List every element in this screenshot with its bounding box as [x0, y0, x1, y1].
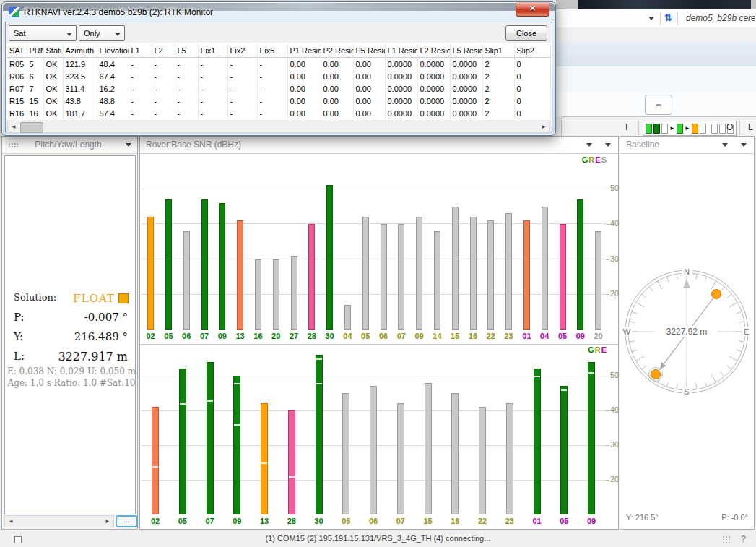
snr-bar	[152, 407, 159, 514]
close-window-button[interactable]: ✕	[516, 2, 549, 17]
column-header[interactable]: Elevation	[97, 44, 129, 58]
table-row[interactable]: R077OK311.416.2------0.000.000.000.00000…	[7, 82, 550, 95]
table-cell: 2	[482, 70, 514, 82]
table-cell: 311.4	[63, 82, 97, 95]
table-cell: 2	[482, 107, 514, 119]
scrollbar-thumb[interactable]	[20, 122, 43, 133]
drag-handle-icon[interactable]	[8, 142, 18, 148]
compass-tick	[721, 287, 724, 291]
column-header[interactable]: Azimuth	[63, 44, 97, 58]
table-row[interactable]: R1515OK43.848.8------0.000.000.000.00000…	[7, 95, 550, 107]
satellite-system-select[interactable]: Sat GLONASS	[9, 25, 77, 41]
snr-base-marker	[316, 383, 322, 384]
scroll-right-icon[interactable]: ►	[102, 516, 113, 527]
output-streams-button[interactable]: O	[726, 122, 733, 132]
column-header[interactable]: Fix5	[257, 44, 287, 58]
compass-tick	[737, 350, 742, 352]
column-header[interactable]: L1 Resid	[385, 44, 417, 58]
table-cell: 67.4	[97, 70, 129, 82]
column-header[interactable]: Fix1	[198, 44, 227, 58]
table-cell: 48.8	[97, 95, 129, 107]
column-header[interactable]: P1 Resid	[287, 44, 321, 58]
compass-tick	[636, 303, 644, 308]
table-horizontal-scrollbar[interactable]: ◄ ►	[7, 121, 550, 133]
column-header[interactable]: Fix2	[227, 44, 257, 58]
length-label: L:	[14, 350, 25, 363]
scroll-left-icon[interactable]: ◄	[8, 121, 19, 132]
sat-label: 05	[173, 517, 192, 525]
column-header[interactable]: P2 Resid	[321, 44, 353, 58]
sat-label: 07	[201, 517, 220, 525]
chevron-down-icon[interactable]	[126, 143, 131, 147]
base-snr-chart: 5040302002050709132830050607151622230105…	[140, 137, 618, 529]
table-cell: 2	[482, 95, 514, 107]
table-cell: OK	[43, 107, 63, 119]
table-row[interactable]: R1616OK181.757.4------0.000.000.000.0000…	[7, 107, 550, 119]
snr-panel: Rover:Base SNR (dBHz) 504030200205060709…	[139, 136, 619, 530]
sat-label: 05	[336, 517, 355, 525]
swap-panels-button[interactable]: ⇔	[645, 95, 672, 115]
table-cell: 0.00	[321, 82, 353, 95]
chevron-down-icon[interactable]	[648, 17, 654, 20]
compass-tick	[642, 294, 646, 298]
table-cell: -	[227, 82, 257, 95]
column-header[interactable]: L2 Resid	[417, 44, 450, 58]
compass-tick	[666, 277, 669, 283]
column-header[interactable]: Slip2	[514, 44, 550, 58]
cardinal-label: N	[684, 267, 690, 276]
legend-item: R	[595, 345, 601, 354]
column-header[interactable]: L2	[152, 44, 175, 58]
chevron-down-icon[interactable]	[741, 143, 747, 147]
column-header[interactable]: PRN	[27, 44, 43, 58]
compass-tick	[696, 384, 697, 389]
table-cell: -	[129, 58, 152, 71]
table-row[interactable]: R055OK121.948.4------0.000.000.000.00000…	[7, 58, 550, 71]
table-cell: 0.0000	[417, 58, 450, 71]
sync-icon[interactable]: ⇅	[664, 12, 672, 23]
table-cell: OK	[43, 70, 63, 82]
attitude-plot-area: Solution: FLOAT P: -0.007 ° Y: 216.489 °…	[4, 155, 136, 514]
column-header[interactable]: L1	[129, 44, 152, 58]
input-streams-label: I	[625, 122, 627, 132]
column-header[interactable]: Status	[43, 44, 63, 58]
help-button[interactable]: ?	[741, 534, 746, 544]
table-cell: 15	[27, 95, 43, 107]
baseline-distance-label: 3227.92 m	[666, 327, 708, 337]
solution-panel-header: Pitch/Yaw/Length-Baseline	[2, 137, 137, 154]
table-cell: -	[175, 58, 198, 71]
baseline-panel: Baseline NESW3227.92 m Y: 216.5° P: -0.0…	[620, 136, 755, 530]
table-row[interactable]: R066OK323.567.4------0.000.000.000.00000…	[7, 70, 550, 82]
close-button[interactable]: Close	[505, 25, 547, 41]
background-window-titlebar	[578, 0, 751, 9]
table-cell: -	[152, 82, 175, 95]
table-cell: 0.0000	[450, 82, 482, 95]
column-header[interactable]: P5 Resid	[353, 44, 385, 58]
sat-label: 01	[528, 517, 547, 525]
column-header[interactable]: SAT	[7, 44, 27, 58]
chevron-down-icon[interactable]	[722, 143, 728, 147]
table-cell: 0.00	[353, 107, 385, 119]
more-options-button[interactable]: ...	[116, 515, 138, 527]
status-filter-select[interactable]: Only OK	[79, 25, 125, 41]
column-header[interactable]: Slip1	[482, 44, 514, 58]
scroll-right-icon[interactable]: ►	[538, 121, 549, 132]
plot-horizontal-scrollbar[interactable]: ◄ ►	[4, 515, 114, 527]
resize-grip-icon[interactable]	[722, 535, 730, 543]
column-header[interactable]: L5 Resid	[450, 44, 482, 58]
table-cell: -	[175, 82, 198, 95]
compass-tick	[632, 350, 638, 352]
table-cell: 0.00	[287, 107, 321, 119]
compass-tick	[727, 294, 731, 298]
snr-bar	[342, 393, 349, 514]
table-cell: 0.0000	[450, 70, 482, 82]
log-streams-button[interactable]: L	[748, 122, 753, 132]
sat-label: 06	[364, 517, 383, 525]
legend-item: G	[588, 345, 595, 354]
column-header[interactable]: L5	[175, 44, 198, 58]
table-cell: 5	[27, 58, 43, 71]
snr-bar	[261, 403, 268, 514]
scroll-left-icon[interactable]: ◄	[5, 516, 17, 527]
snr-bar	[233, 376, 240, 514]
table-cell: -	[152, 70, 175, 82]
sat-label: 05	[555, 517, 573, 525]
